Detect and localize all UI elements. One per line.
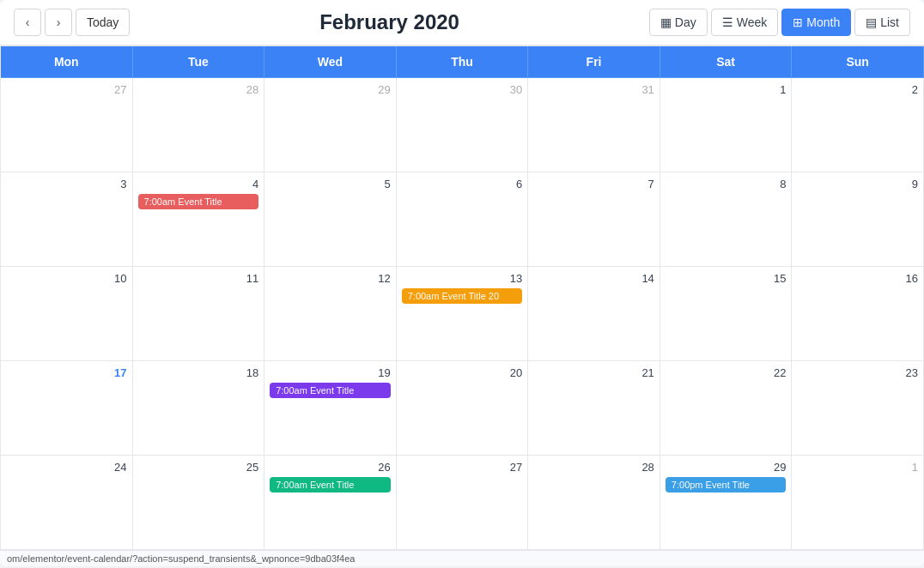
- list-icon: ▤: [866, 15, 877, 29]
- day-cell-4-4: 28: [528, 456, 660, 550]
- day-header-sat: Sat: [660, 46, 793, 78]
- month-icon: ⊞: [793, 15, 803, 29]
- day-cell-4-6: 1: [792, 456, 924, 550]
- day-cell-2-1: 11: [133, 267, 265, 361]
- day-number: 1: [797, 461, 918, 474]
- calendar-container: ‹ › Today February 2020 ▦ Day☰ Week⊞ Mon…: [0, 0, 924, 566]
- day-cell-2-3: 137:00am Event Title 20: [397, 267, 529, 361]
- day-number: 30: [402, 83, 523, 96]
- day-cell-4-5: 297:00pm Event Title: [660, 456, 793, 550]
- calendar-grid: MonTueWedThuFriSatSun272829303112347:00a…: [0, 45, 924, 550]
- event-pill[interactable]: 7:00am Event Title: [138, 194, 259, 209]
- day-number: 4: [138, 178, 259, 190]
- day-number: 31: [533, 83, 654, 96]
- view-btn-list[interactable]: ▤ List: [854, 9, 910, 36]
- day-header-fri: Fri: [528, 46, 660, 78]
- day-cell-3-0: 17: [1, 361, 133, 456]
- day-cell-2-5: 15: [660, 267, 793, 361]
- day-number: 28: [138, 83, 259, 96]
- day-cell-0-1: 28: [133, 78, 265, 172]
- day-cell-1-0: 3: [1, 172, 133, 267]
- week-icon: ☰: [722, 15, 733, 29]
- day-cell-2-4: 14: [528, 267, 660, 361]
- view-btn-day[interactable]: ▦ Day: [649, 9, 708, 36]
- day-header-sun: Sun: [792, 46, 924, 78]
- day-cell-0-4: 31: [528, 78, 660, 172]
- next-button[interactable]: ›: [45, 9, 72, 36]
- day-number: 15: [666, 272, 787, 285]
- day-number: 27: [402, 461, 523, 474]
- event-pill[interactable]: 7:00am Event Title: [270, 477, 391, 492]
- calendar-header: ‹ › Today February 2020 ▦ Day☰ Week⊞ Mon…: [0, 0, 924, 45]
- day-number: 17: [6, 366, 127, 379]
- day-cell-3-6: 23: [792, 361, 924, 456]
- day-number: 29: [666, 461, 787, 474]
- day-cell-3-1: 18: [133, 361, 265, 456]
- day-number: 16: [797, 272, 918, 285]
- day-number: 10: [6, 272, 127, 285]
- day-number: 1: [666, 83, 787, 96]
- day-header-tue: Tue: [133, 46, 265, 78]
- day-header-thu: Thu: [397, 46, 529, 78]
- day-cell-1-4: 7: [528, 172, 660, 267]
- day-header-wed: Wed: [264, 46, 397, 78]
- day-cell-1-2: 5: [264, 172, 397, 267]
- day-cell-3-3: 20: [397, 361, 529, 456]
- day-number: 26: [270, 461, 391, 474]
- day-cell-0-5: 1: [660, 78, 793, 172]
- day-cell-4-2: 267:00am Event Title: [264, 456, 397, 550]
- day-number: 18: [138, 366, 259, 379]
- day-number: 24: [6, 461, 127, 474]
- day-cell-3-2: 197:00am Event Title: [264, 361, 397, 456]
- day-cell-3-4: 21: [528, 361, 660, 456]
- day-cell-3-5: 22: [660, 361, 793, 456]
- day-header-mon: Mon: [1, 46, 133, 78]
- day-number: 9: [797, 178, 918, 190]
- prev-button[interactable]: ‹: [14, 9, 41, 36]
- day-cell-0-6: 2: [792, 78, 924, 172]
- status-bar: om/elementor/event-calendar/?action=susp…: [0, 550, 924, 566]
- day-number: 13: [402, 272, 523, 285]
- day-number: 7: [533, 178, 654, 190]
- day-cell-0-0: 27: [1, 78, 133, 172]
- day-number: 19: [270, 366, 391, 379]
- day-cell-2-0: 10: [1, 267, 133, 361]
- today-button[interactable]: Today: [76, 9, 130, 36]
- view-btn-week[interactable]: ☰ Week: [711, 9, 779, 36]
- day-number: 14: [533, 272, 654, 285]
- day-number: 20: [402, 366, 523, 379]
- view-group: ▦ Day☰ Week⊞ Month▤ List: [649, 9, 910, 36]
- day-number: 25: [138, 461, 259, 474]
- day-number: 2: [797, 83, 918, 96]
- day-cell-4-3: 27: [397, 456, 529, 550]
- day-number: 22: [666, 366, 787, 379]
- day-number: 11: [138, 272, 259, 285]
- calendar-title: February 2020: [130, 10, 648, 34]
- event-pill[interactable]: 7:00pm Event Title: [666, 477, 787, 492]
- day-cell-0-2: 29: [264, 78, 397, 172]
- day-icon: ▦: [660, 15, 672, 29]
- view-btn-month[interactable]: ⊞ Month: [781, 9, 851, 36]
- day-number: 28: [533, 461, 654, 474]
- event-pill[interactable]: 7:00am Event Title: [270, 383, 391, 398]
- day-cell-1-3: 6: [397, 172, 529, 267]
- day-cell-0-3: 30: [397, 78, 529, 172]
- day-number: 12: [270, 272, 391, 285]
- day-number: 6: [402, 178, 523, 190]
- day-number: 27: [6, 83, 127, 96]
- day-cell-4-0: 24: [1, 456, 133, 550]
- day-cell-1-6: 9: [792, 172, 924, 267]
- day-cell-1-5: 8: [660, 172, 793, 267]
- day-cell-2-6: 16: [792, 267, 924, 361]
- day-number: 23: [797, 366, 918, 379]
- day-number: 5: [270, 178, 391, 190]
- event-pill[interactable]: 7:00am Event Title 20: [402, 288, 523, 304]
- day-number: 29: [270, 83, 391, 96]
- day-cell-1-1: 47:00am Event Title: [133, 172, 265, 267]
- day-number: 21: [533, 366, 654, 379]
- day-number: 8: [666, 178, 787, 190]
- day-number: 3: [6, 178, 127, 190]
- day-cell-4-1: 25: [133, 456, 265, 550]
- nav-group: ‹ › Today: [14, 9, 130, 36]
- day-cell-2-2: 12: [264, 267, 397, 361]
